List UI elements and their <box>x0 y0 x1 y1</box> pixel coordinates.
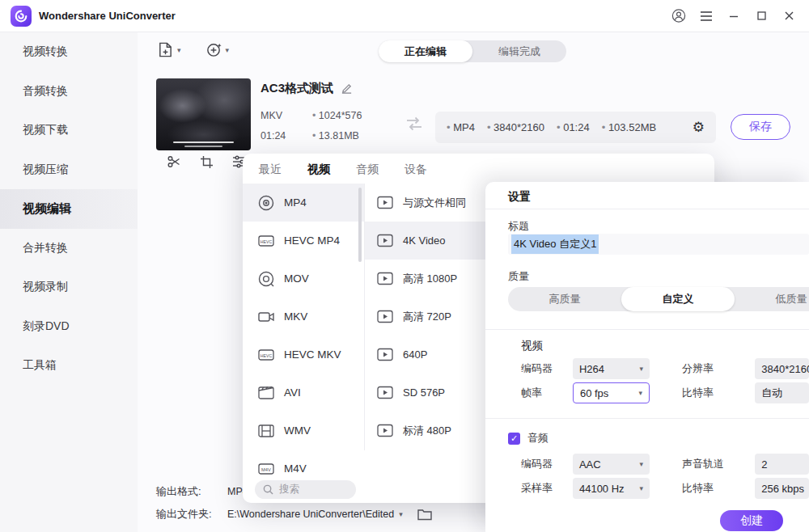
preset-item-4k-video[interactable]: 4K Video <box>365 222 494 260</box>
target-size: 103.52MB <box>602 121 656 133</box>
format-item-wmv[interactable]: WMV <box>243 412 364 450</box>
format-item-mp4[interactable]: MP4 <box>243 184 364 222</box>
sample-rate-value: 44100 Hz <box>579 483 625 495</box>
preset-item-1080p[interactable]: 高清 1080P <box>365 260 494 298</box>
scrollbar[interactable] <box>358 188 362 262</box>
settings-panel: 设置 标题 4K Video 自定义1 质量 高质量 自定义 低质量 视频 编码… <box>485 182 809 532</box>
tab-video[interactable]: 视频 <box>307 163 330 177</box>
audio-section-header: ✓ 音频 <box>508 431 549 445</box>
sample-rate-select[interactable]: 44100 Hz ▾ <box>573 478 650 499</box>
video-bitrate-select[interactable]: 自动 <box>755 382 809 403</box>
sidebar-item-label: 刻录DVD <box>23 319 70 334</box>
open-folder-icon[interactable] <box>417 509 432 521</box>
menu-icon[interactable] <box>699 9 714 23</box>
preset-item-same-as-source[interactable]: 与源文件相同 <box>365 184 494 222</box>
format-item-mov[interactable]: MOV <box>243 260 364 298</box>
maximize-button[interactable] <box>754 9 769 23</box>
format-label: HEVC MP4 <box>284 234 340 247</box>
video-encoder-row: 编码器 H264 ▾ 分辨率 3840*2160 <box>521 358 809 379</box>
output-folder-value: E:\Wondershare UniConverter\Edited <box>227 509 394 520</box>
settings-title: 设置 <box>508 190 531 205</box>
sidebar-item-video-convert[interactable]: 视频转换 <box>0 32 138 72</box>
add-file-button[interactable]: ▾ <box>157 41 181 58</box>
format-item-hevc-mp4[interactable]: HEVC HEVC MP4 <box>243 222 364 260</box>
audio-checkbox[interactable]: ✓ <box>508 433 520 445</box>
audio-encoder-select[interactable]: AAC ▾ <box>573 454 650 475</box>
tab-audio[interactable]: 音频 <box>356 163 379 177</box>
title-field-label: 标题 <box>508 219 529 234</box>
minimize-button[interactable] <box>726 9 741 23</box>
preset-item-720p[interactable]: 高清 720P <box>365 298 494 336</box>
format-item-hevc-mkv[interactable]: HEVC HEVC MKV <box>243 336 364 374</box>
tab-editing[interactable]: 正在编辑 <box>379 40 472 62</box>
tab-device[interactable]: 设备 <box>404 163 427 177</box>
search-input[interactable]: 搜索 <box>255 480 356 499</box>
resolution-value: 3840*2160 <box>761 363 809 375</box>
convert-arrow-icon <box>404 115 424 136</box>
format-label: WMV <box>284 424 311 437</box>
gear-icon[interactable]: ⚙ <box>693 120 705 134</box>
sidebar-item-label: 视频转换 <box>23 44 68 59</box>
svg-text:HEVC: HEVC <box>260 353 273 357</box>
video-thumbnail[interactable] <box>156 78 251 150</box>
output-folder-row: 输出文件夹: E:\Wondershare UniConverter\Edite… <box>156 507 432 521</box>
tab-edit-done[interactable]: 编辑完成 <box>472 40 566 62</box>
add-file-icon <box>157 41 174 58</box>
video-bitrate-label: 比特率 <box>682 386 755 400</box>
preset-label: 与源文件相同 <box>403 196 466 210</box>
audio-bitrate-select[interactable]: 256 kbps <box>755 478 809 499</box>
wmv-format-icon <box>257 422 275 440</box>
framerate-select[interactable]: 60 fps ▾ <box>573 382 650 403</box>
sidebar-item-merge-convert[interactable]: 合并转换 <box>0 229 138 268</box>
output-folder-select[interactable]: E:\Wondershare UniConverter\Edited ▾ <box>227 509 403 520</box>
quality-option-low[interactable]: 低质量 <box>735 287 809 311</box>
format-label: M4V <box>284 462 307 475</box>
sidebar-item-burn-dvd[interactable]: 刻录DVD <box>0 307 138 347</box>
format-popup-tabs: 最近 视频 音频 设备 <box>243 154 714 177</box>
create-button[interactable]: 创建 <box>720 510 783 531</box>
edit-tools <box>167 154 247 169</box>
target-resolution: 3840*2160 <box>487 121 544 133</box>
rename-icon[interactable] <box>341 82 353 95</box>
video-encoder-select[interactable]: H264 ▾ <box>573 358 650 379</box>
trim-icon[interactable] <box>167 154 181 169</box>
quality-option-custom[interactable]: 自定义 <box>621 287 735 311</box>
preset-item-640p[interactable]: 640P <box>365 336 494 374</box>
format-item-avi[interactable]: AVI <box>243 374 364 412</box>
sample-rate-label: 采样率 <box>521 481 573 496</box>
quality-option-high[interactable]: 高质量 <box>508 287 621 311</box>
save-button[interactable]: 保存 <box>731 114 790 140</box>
format-label: MOV <box>284 272 309 285</box>
audio-track-label: 声音轨道 <box>682 457 755 471</box>
avi-format-icon <box>257 384 275 402</box>
sidebar: 视频转换 音频转换 视频下载 视频压缩 视频编辑 合并转换 视频录制 刻录DVD… <box>0 32 138 532</box>
search-placeholder: 搜索 <box>279 483 299 496</box>
sidebar-item-screen-record[interactable]: 视频录制 <box>0 268 138 307</box>
tab-recent[interactable]: 最近 <box>259 163 282 177</box>
sidebar-item-video-compress[interactable]: 视频压缩 <box>0 150 138 190</box>
video-preset-icon <box>377 272 393 285</box>
resolution-select[interactable]: 3840*2160 <box>755 358 809 379</box>
output-format-row: 输出格式: MP4 ▾ <box>156 484 256 499</box>
sidebar-item-video-edit[interactable]: 视频编辑 <box>0 189 138 229</box>
sample-rate-row: 采样率 44100 Hz ▾ 比特率 256 kbps <box>521 478 809 499</box>
audio-track-select[interactable]: 2 <box>755 454 809 475</box>
account-icon[interactable] <box>671 9 686 23</box>
preset-item-sd-576p[interactable]: SD 576P <box>365 374 494 412</box>
preset-label: 标清 480P <box>403 424 451 438</box>
title-field-input[interactable]: 4K Video 自定义1 <box>508 234 809 255</box>
hevc-mp4-format-icon: HEVC <box>257 232 275 250</box>
close-button[interactable] <box>781 9 796 23</box>
sidebar-item-video-download[interactable]: 视频下载 <box>0 111 138 150</box>
divider <box>485 329 809 330</box>
target-settings-box[interactable]: MP4 3840*2160 01:24 103.52MB ⚙ <box>435 112 716 143</box>
format-item-mkv[interactable]: MKV <box>243 298 364 336</box>
preset-item-480p[interactable]: 标清 480P <box>365 412 494 450</box>
sidebar-item-toolbox[interactable]: 工具箱 <box>0 346 138 386</box>
preset-label: SD 576P <box>403 386 445 399</box>
sidebar-item-audio-convert[interactable]: 音频转换 <box>0 72 138 112</box>
audio-encoder-label: 编码器 <box>521 457 573 471</box>
video-section-label: 视频 <box>521 339 543 353</box>
crop-icon[interactable] <box>200 155 214 169</box>
add-media-button[interactable]: ▾ <box>205 41 230 58</box>
